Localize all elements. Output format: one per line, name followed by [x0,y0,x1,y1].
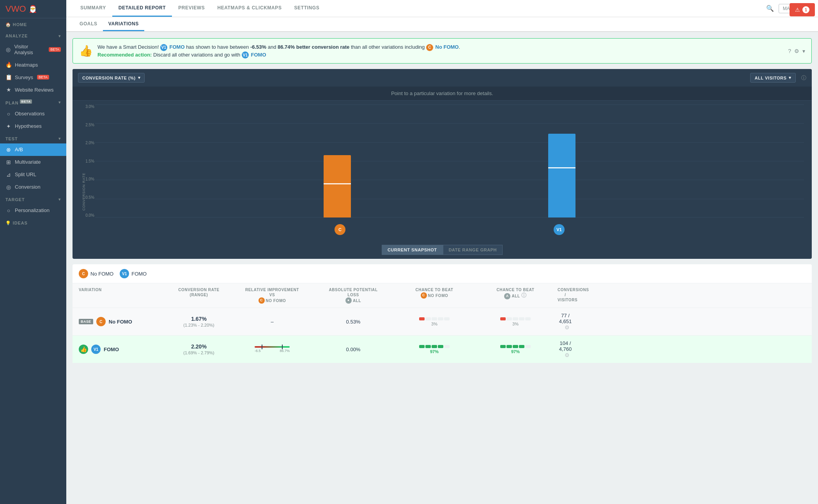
fomo-settings-btn[interactable]: ⚙ [565,352,570,358]
alert-button[interactable]: ⚠ 1 [790,3,815,16]
tab-summary[interactable]: SUMMARY [74,0,112,17]
no-fomo-chart-badge: C [335,224,345,235]
header-variation: VARIATION [79,287,165,304]
y-label-00: 0.0% [85,213,94,218]
baseline-name: No FOMO [436,44,459,50]
sidebar-item-ab[interactable]: ⊗ A/B [0,143,66,156]
tab-detailed-report[interactable]: DETAILED REPORT [112,0,172,17]
no-fomo-absolute-loss: 0.53% [314,319,392,325]
sidebar-item-split-url[interactable]: ⊿ Split URL [0,168,66,181]
subtab-variations[interactable]: VARIATIONS [103,17,144,31]
heatmap-icon: 🔥 [5,62,12,68]
visitor-beta-badge: BETA [49,47,61,52]
fomo-chance-2-pct: 97% [511,349,520,354]
fomo-progress-bar-1 [419,345,450,348]
fomo-rate: 2.20% [168,343,230,350]
y-label-25: 2.5% [85,123,94,127]
sidebar-item-visitor-analysis[interactable]: ◎ Visitor Analysis BETA [0,41,66,58]
sidebar-item-observations[interactable]: ○ Observations [0,108,66,120]
header-chance-no-fomo: CHANCE TO BEAT C NO FOMO [395,287,473,304]
conversion-icon: ◎ [5,184,12,190]
tab-previews[interactable]: PREVIEWS [172,0,211,17]
sidebar-item-reviews-label: Website Reviews [15,87,53,93]
legend-no-fomo[interactable]: C No FOMO [79,269,113,278]
legend-fomo[interactable]: V1 FOMO [120,269,147,278]
sidebar-item-personalization[interactable]: ○ Personalization [0,204,66,217]
sidebar-item-website-reviews[interactable]: ★ Website Reviews [0,83,66,96]
subtab-goals[interactable]: GOALS [74,17,103,31]
baseline-badge: C [426,44,433,51]
fomo-chance-no-fomo: 97% [395,345,473,354]
alert-icon: ⚠ [795,7,800,13]
expand-icon[interactable]: ▾ [802,48,805,54]
sidebar-plan-label: PLAN BETA [5,100,32,105]
reviews-icon: ★ [5,87,12,93]
no-fomo-loss-value: 0.53% [346,319,361,325]
all-visitors-dropdown[interactable]: ALL VISITORS ▾ [750,73,796,83]
fomo-variation-cell: 👍 V1 FOMO [79,345,165,354]
search-icon[interactable]: 🔍 [766,5,774,12]
chart-info-icon[interactable]: ⓘ [801,74,806,81]
help-icon[interactable]: ? [788,48,791,54]
header-absolute-potential-loss: ABSOLUTE POTENTIALLOSS ● ALL [314,287,392,304]
observations-icon: ○ [5,111,12,117]
analyze-chevron: ▾ [58,34,61,38]
sidebar-section-plan[interactable]: PLAN BETA ▾ [0,96,66,108]
sidebar-item-spliturl-label: Split URL [15,172,36,177]
sidebar-item-surveys[interactable]: 📋 Surveys BETA [0,71,66,83]
header-conversions: CONVERSIONS /VISITORS [558,287,573,304]
smart-banner-variation-badge: V1 [160,44,167,51]
sub-tabs: GOALS VARIATIONS [66,17,818,32]
target-chevron: ▾ [58,197,61,202]
recommended-badge: V1 [242,51,249,58]
sidebar-section-ideas[interactable]: 💡 IDEAS [0,217,66,228]
header-relative-improvement: RELATIVE IMPROVEMENTVS C NO FOMO [233,287,311,304]
chart-toggle: CURRENT SNAPSHOT DATE RANGE GRAPH [73,241,812,259]
chance-info-icon[interactable]: ⓘ [521,292,527,298]
sidebar-section-test[interactable]: TEST ▾ [0,133,66,143]
main-tabs: SUMMARY DETAILED REPORT PREVIEWS HEATMAP… [74,0,326,17]
table-row-fomo: 👍 V1 FOMO 2.20% (1.69% - 2.79%) [73,336,812,363]
no-fomo-settings-btn[interactable]: ⚙ [565,324,570,331]
sidebar-target-label: TARGET [5,197,25,202]
bar-fomo [548,134,575,218]
surveys-beta-badge: BETA [37,75,49,80]
no-fomo-relative-improvement: – [233,319,311,325]
smart-banner-variation-name: FOMO [170,44,186,50]
all-badge2-header: A [504,293,510,299]
sidebar-item-conversion[interactable]: ◎ Conversion [0,181,66,193]
no-fomo-conversions-value: 77 / 4,651 [559,313,572,324]
no-fomo-conversions: 77 / 4,651 ⚙ [558,313,573,331]
sidebar-item-hypotheses[interactable]: ✦ Hypotheses [0,120,66,133]
fomo-badge: V1 [91,345,101,354]
sidebar-item-observations-label: Observations [15,111,45,117]
hypothesis-icon: ✦ [5,123,12,129]
no-fomo-icon: C [96,317,106,326]
y-label-10: 1.0% [85,177,94,181]
current-snapshot-btn[interactable]: CURRENT SNAPSHOT [382,245,443,255]
sidebar-section-home[interactable]: 🏠 HOME [0,18,66,30]
conversion-rate-dropdown[interactable]: CONVERSION RATE (%) ▾ [78,73,145,83]
sidebar-item-multivariate[interactable]: ⊞ Multivariate [0,156,66,168]
sidebar-section-target[interactable]: TARGET ▾ [0,193,66,204]
table-header: VARIATION CONVERSION RATE(RANGE) RELATIV… [73,283,812,308]
settings-icon[interactable]: ⚙ [794,48,799,54]
date-range-graph-btn[interactable]: DATE RANGE GRAPH [443,245,503,255]
dropdown-arrow: ▾ [138,75,141,80]
tooltip-text: Point to a particular variation for more… [391,90,493,96]
tab-heatmaps-clickmaps[interactable]: HEATMAPS & CLICKMAPS [211,0,288,17]
data-table: C No FOMO V1 FOMO VARIATION CONVERSION R… [73,264,812,363]
sidebar-item-heatmaps[interactable]: 🔥 Heatmaps [0,58,66,71]
variation-legend: C No FOMO V1 FOMO [73,264,812,283]
no-fomo-rate: 1.67% [168,316,230,322]
y-axis: 3.0% 2.5% 2.0% 1.5% 1.0% 0.5% 0.0% [77,104,94,218]
y-label-30: 3.0% [85,104,94,109]
chart-section: CONVERSION RATE (%) ▾ ALL VISITORS ▾ ⓘ P… [73,69,812,259]
chart-area: 3.0% 2.5% 2.0% 1.5% 1.0% 0.5% 0.0% CONVE… [73,101,812,241]
fomo-range-labels: -6.5 86.7% [255,349,290,353]
blue-bar [548,134,575,218]
sidebar-section-analyze[interactable]: ANALYZE ▾ [0,30,66,41]
table-row-no-fomo: BASE C No FOMO 1.67% (1.23% - 2.20%) – 0… [73,308,812,336]
tab-settings[interactable]: SETTINGS [288,0,326,17]
all-badge-header: ● [345,297,352,304]
